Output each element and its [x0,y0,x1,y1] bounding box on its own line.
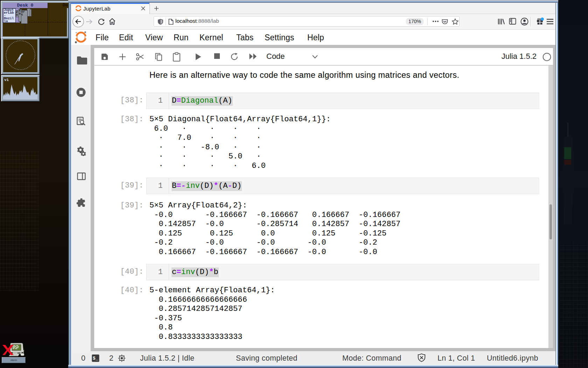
svg-text:$_: $_ [93,356,98,361]
